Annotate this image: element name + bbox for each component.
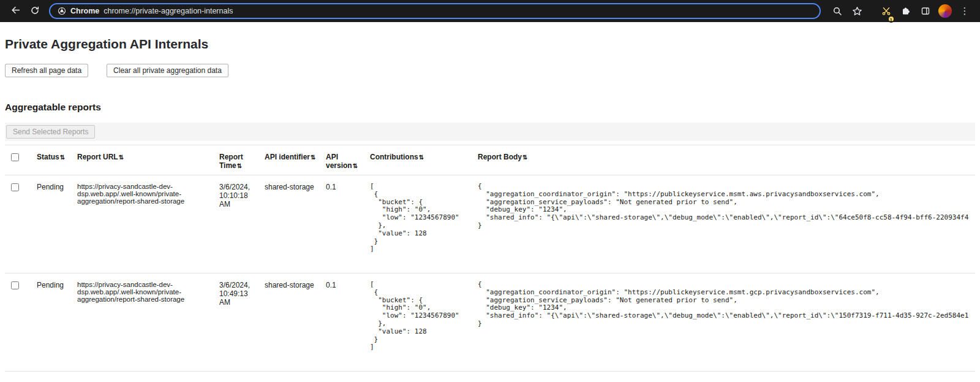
cell-api-version: 0.1	[321, 273, 365, 372]
header-report-url[interactable]: Report URL⇅	[72, 145, 214, 175]
chrome-logo-icon	[58, 7, 66, 15]
reload-button[interactable]	[26, 2, 44, 20]
page-actions: Refresh all page data Clear all private …	[5, 64, 975, 77]
bookmark-star-icon[interactable]	[848, 2, 866, 20]
url-text: chrome://private-aggregation-internals	[104, 7, 233, 15]
cell-status: Pending	[32, 175, 72, 273]
cell-report-url: https://privacy-sandcastle-dev-dsp.web.a…	[72, 273, 214, 372]
row-checkbox[interactable]	[11, 281, 19, 289]
row-checkbox[interactable]	[11, 183, 19, 191]
cell-status: Pending	[32, 273, 72, 372]
cell-report-time: 3/6/2024, 10:49:13 AM	[214, 273, 260, 372]
sort-icon: ⇅	[60, 154, 65, 161]
sort-icon: ⇅	[311, 154, 315, 161]
table-row: Pending https://privacy-sandcastle-dev-d…	[5, 273, 975, 372]
table-row: Pending https://privacy-sandcastle-dev-d…	[5, 175, 975, 273]
header-api-identifier[interactable]: API identifier⇅	[260, 145, 321, 175]
sort-icon: ⇅	[419, 154, 424, 161]
cell-api-identifier: shared-storage	[260, 273, 321, 372]
address-bar[interactable]: Chrome chrome://private-aggregation-inte…	[49, 3, 821, 19]
cell-report-url: https://privacy-sandcastle-dev-dsp.web.a…	[72, 175, 214, 273]
table-header-row: Status⇅ Report URL⇅ Report Time⇅ API ide…	[5, 145, 975, 175]
page-content: Private Aggregation API Internals Refres…	[0, 22, 980, 372]
select-all-checkbox[interactable]	[11, 153, 19, 161]
side-panel-icon[interactable]	[916, 2, 935, 20]
cell-report-body: { "aggregation_coordinator_origin": "htt…	[478, 183, 970, 230]
extensions-puzzle-icon[interactable]	[897, 2, 915, 20]
reports-table: Status⇅ Report URL⇅ Report Time⇅ API ide…	[5, 145, 975, 372]
back-icon	[10, 5, 21, 17]
send-toolbar: Send Selected Reports	[5, 123, 975, 141]
header-status[interactable]: Status⇅	[32, 145, 72, 175]
browser-toolbar: Chrome chrome://private-aggregation-inte…	[0, 0, 980, 22]
back-button[interactable]	[6, 2, 24, 20]
sort-icon: ⇅	[353, 162, 358, 169]
extension-badge: 1	[888, 15, 895, 23]
page-title: Private Aggregation API Internals	[5, 37, 975, 52]
header-api-version[interactable]: API version⇅	[321, 145, 365, 175]
send-selected-button[interactable]: Send Selected Reports	[6, 125, 95, 139]
sort-icon: ⇅	[237, 162, 242, 169]
omnibox-site-label: Chrome	[70, 7, 99, 15]
header-report-body[interactable]: Report Body⇅	[473, 145, 975, 175]
header-contributions[interactable]: Contributions⇅	[365, 145, 473, 175]
reload-icon	[30, 6, 40, 17]
browser-menu-icon[interactable]: ⋮	[956, 2, 974, 20]
search-icon[interactable]	[828, 2, 846, 20]
cell-api-identifier: shared-storage	[260, 175, 321, 273]
cell-contributions: [ { "bucket": { "high": "0", "low": "123…	[370, 281, 468, 351]
sort-icon: ⇅	[522, 154, 527, 161]
cell-contributions: [ { "bucket": { "high": "0", "low": "123…	[370, 183, 468, 253]
refresh-all-button[interactable]: Refresh all page data	[5, 64, 88, 77]
cell-report-body: { "aggregation_coordinator_origin": "htt…	[478, 281, 970, 328]
header-report-time[interactable]: Report Time⇅	[214, 145, 260, 175]
clear-all-button[interactable]: Clear all private aggregation data	[107, 64, 228, 77]
cell-api-version: 0.1	[321, 175, 365, 273]
sort-icon: ⇅	[119, 154, 124, 161]
profile-avatar[interactable]	[938, 4, 952, 18]
section-title: Aggregatable reports	[5, 102, 975, 113]
cell-report-time: 3/6/2024, 10:10:18 AM	[214, 175, 260, 273]
